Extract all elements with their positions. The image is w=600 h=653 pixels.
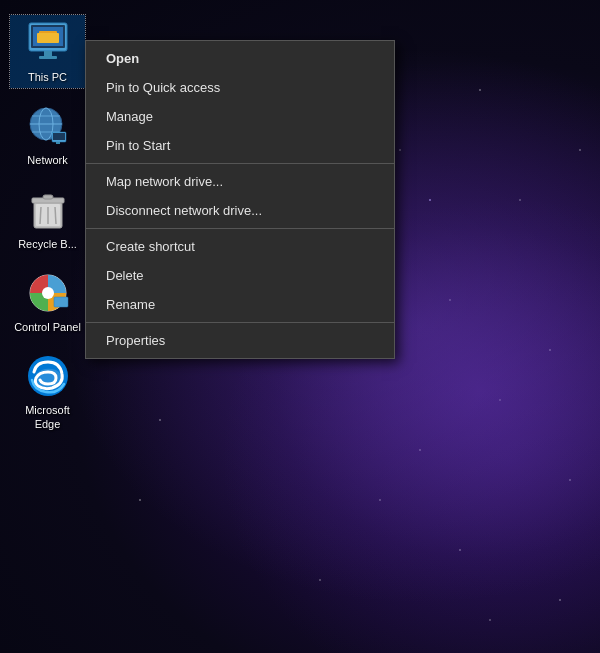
desktop-icon-recycle-bin[interactable]: Recycle B... — [10, 182, 85, 255]
desktop-icon-this-pc[interactable]: This PC — [10, 15, 85, 88]
microsoft-edge-label: Microsoft Edge — [14, 403, 81, 432]
menu-item-disconnect-network-drive[interactable]: Disconnect network drive... — [86, 196, 394, 225]
menu-item-map-network-drive[interactable]: Map network drive... — [86, 167, 394, 196]
svg-rect-6 — [39, 56, 57, 59]
menu-item-manage[interactable]: Manage — [86, 102, 394, 131]
desktop-icon-control-panel[interactable]: Control Panel — [10, 265, 85, 338]
menu-separator-1 — [86, 163, 394, 164]
svg-line-19 — [40, 207, 41, 224]
this-pc-label: This PC — [28, 70, 67, 84]
menu-item-open[interactable]: Open — [86, 44, 394, 73]
svg-rect-13 — [53, 133, 65, 140]
svg-rect-14 — [56, 142, 60, 144]
desktop-icon-network[interactable]: Network — [10, 98, 85, 171]
menu-item-pin-quick-access[interactable]: Pin to Quick access — [86, 73, 394, 102]
menu-item-rename[interactable]: Rename — [86, 290, 394, 319]
menu-item-pin-to-start[interactable]: Pin to Start — [86, 131, 394, 160]
svg-rect-24 — [54, 297, 68, 307]
svg-point-23 — [42, 287, 54, 299]
svg-rect-4 — [37, 33, 59, 43]
menu-separator-3 — [86, 322, 394, 323]
menu-item-delete[interactable]: Delete — [86, 261, 394, 290]
menu-item-create-shortcut[interactable]: Create shortcut — [86, 232, 394, 261]
menu-separator-2 — [86, 228, 394, 229]
svg-rect-18 — [43, 195, 53, 199]
desktop-icon-microsoft-edge[interactable]: Microsoft Edge — [10, 348, 85, 436]
desktop-icon-area: This PC Network — [0, 0, 95, 451]
network-label: Network — [27, 153, 67, 167]
menu-item-properties[interactable]: Properties — [86, 326, 394, 355]
recycle-bin-label: Recycle B... — [18, 237, 77, 251]
control-panel-label: Control Panel — [14, 320, 81, 334]
svg-line-21 — [55, 207, 56, 224]
context-menu: Open Pin to Quick access Manage Pin to S… — [85, 40, 395, 359]
svg-rect-5 — [44, 51, 52, 56]
